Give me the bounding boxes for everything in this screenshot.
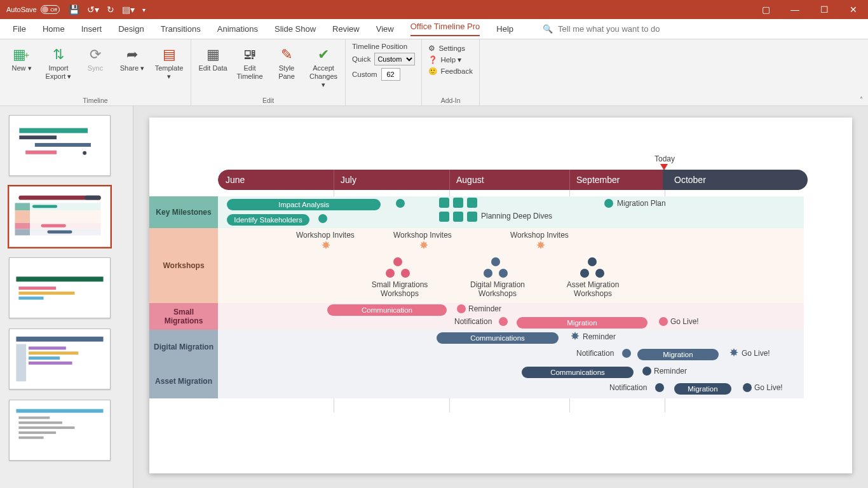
bar-communications[interactable]: Communications: [522, 367, 634, 378]
tell-me-search[interactable]: 🔍 Tell me what you want to do: [543, 24, 660, 34]
lane-workshops: Workshops Workshop Invites Workshop Invi…: [149, 228, 804, 303]
tab-view[interactable]: View: [376, 24, 394, 34]
burst-icon[interactable]: [536, 241, 546, 251]
milestone-dot[interactable]: [659, 317, 668, 326]
bar-migration[interactable]: Migration: [517, 317, 648, 329]
share-button[interactable]: ➦Share ▾: [117, 43, 147, 81]
cluster-dot[interactable]: [393, 257, 402, 266]
svg-rect-1: [19, 135, 57, 139]
import-export-button[interactable]: ⇅Import Export ▾: [43, 43, 74, 81]
tab-animations[interactable]: Animations: [217, 24, 258, 34]
milestone-square[interactable]: [467, 212, 477, 222]
bar-communications[interactable]: Communications: [437, 332, 559, 344]
svg-rect-19: [18, 287, 56, 290]
new-button[interactable]: ▦＋New ▾: [6, 43, 37, 81]
autosave-toggle[interactable]: AutoSave Off: [6, 5, 60, 14]
save-icon[interactable]: 💾: [69, 4, 79, 15]
milestone-dot[interactable]: [604, 199, 613, 208]
milestone-dot[interactable]: [318, 214, 327, 223]
svg-rect-23: [16, 344, 26, 382]
burst-icon[interactable]: [570, 332, 580, 342]
cluster-dot[interactable]: [484, 269, 492, 278]
svg-rect-11: [30, 210, 101, 223]
milestone-dot[interactable]: [743, 383, 752, 392]
milestone-square[interactable]: [453, 198, 463, 208]
settings-button[interactable]: ⚙Settings: [428, 44, 473, 53]
bar-migration[interactable]: Migration: [674, 383, 731, 395]
milestone-square[interactable]: [453, 212, 463, 222]
cluster-dot[interactable]: [401, 269, 410, 278]
sync-button[interactable]: ⟳Sync: [80, 43, 111, 81]
cluster-dot[interactable]: [491, 257, 500, 266]
cluster-dot[interactable]: [499, 269, 508, 278]
milestone-dot[interactable]: [622, 349, 631, 358]
month-june: June: [226, 175, 337, 185]
bar-communication[interactable]: Communication: [327, 304, 447, 316]
close-icon[interactable]: ✕: [839, 0, 868, 19]
tab-insert[interactable]: Insert: [81, 24, 102, 34]
slide[interactable]: Today June July August September October: [149, 118, 852, 473]
cluster-dot[interactable]: [386, 269, 395, 278]
cluster-dot[interactable]: [595, 269, 604, 278]
slide-thumbnail-2[interactable]: [9, 186, 111, 247]
lane-key-milestones: Key Milestones Impact Analysis Identify …: [149, 196, 804, 228]
tab-file[interactable]: File: [13, 24, 26, 34]
slide-thumbnail-1[interactable]: [9, 115, 111, 176]
slide-canvas[interactable]: Today June July August September October: [133, 106, 868, 488]
cluster-dot[interactable]: [588, 257, 597, 266]
milestone-square[interactable]: [467, 198, 477, 208]
tab-office-timeline-pro[interactable]: Office Timeline Pro: [410, 22, 480, 36]
present-icon[interactable]: ▤▾: [122, 4, 135, 15]
custom-position-input[interactable]: [381, 68, 400, 81]
bar-impact-analysis[interactable]: Impact Analysis: [227, 199, 381, 210]
milestone-dot[interactable]: [642, 367, 651, 376]
label-workshop-invites: Workshop Invites: [510, 231, 569, 240]
slide-thumbnail-3[interactable]: [9, 257, 111, 318]
edit-data-button[interactable]: ▦Edit Data: [198, 43, 228, 90]
burst-icon[interactable]: [729, 348, 739, 358]
slide-thumbnail-5[interactable]: [9, 400, 111, 461]
swimlanes: Key Milestones Impact Analysis Identify …: [149, 196, 804, 398]
milestone-dot[interactable]: [457, 304, 466, 313]
maximize-icon[interactable]: ☐: [810, 0, 839, 19]
style-pane-button[interactable]: ✎Style Pane: [271, 43, 302, 90]
tab-transitions[interactable]: Transitions: [161, 24, 201, 34]
burst-icon[interactable]: [419, 241, 429, 251]
accept-changes-button[interactable]: ✔Accept Changes ▾: [308, 43, 339, 90]
milestone-dot[interactable]: [396, 199, 405, 208]
import-icon: ⇅: [49, 45, 68, 64]
template-button[interactable]: ▤Template ▾: [154, 43, 184, 81]
cluster-dot[interactable]: [580, 269, 589, 278]
sync-icon: ⟳: [86, 45, 105, 64]
tab-home[interactable]: Home: [43, 24, 65, 34]
milestone-square[interactable]: [439, 212, 449, 222]
tab-design[interactable]: Design: [118, 24, 144, 34]
tab-slide-show[interactable]: Slide Show: [275, 24, 316, 34]
tab-help[interactable]: Help: [496, 24, 513, 34]
share-icon: ➦: [123, 45, 142, 64]
milestone-square[interactable]: [439, 198, 449, 208]
autosave-switch[interactable]: Off: [41, 5, 60, 14]
label-golive: Go Live!: [754, 383, 783, 392]
ribbon-display-icon[interactable]: ▢: [751, 0, 780, 19]
slide-thumbnail-4[interactable]: [9, 329, 111, 390]
month-september: September: [569, 170, 620, 190]
tab-review[interactable]: Review: [332, 24, 360, 34]
edit-timeline-button[interactable]: 🖳Edit Timeline: [234, 43, 265, 90]
minimize-icon[interactable]: ―: [780, 0, 810, 19]
qat-more-icon[interactable]: ▾: [142, 6, 146, 13]
collapse-ribbon-icon[interactable]: ˄: [860, 96, 863, 103]
milestone-dot[interactable]: [655, 383, 664, 392]
undo-icon[interactable]: ↺▾: [87, 4, 99, 15]
quick-position-select[interactable]: Custom: [374, 53, 415, 65]
feedback-icon: 🙂: [428, 67, 437, 76]
help-button[interactable]: ❓Help ▾: [428, 55, 473, 64]
feedback-button[interactable]: 🙂Feedback: [428, 67, 473, 76]
edit-data-icon: ▦: [203, 45, 222, 64]
burst-icon[interactable]: [321, 241, 331, 251]
bar-identify-stakeholders[interactable]: Identify Stakeholders: [227, 214, 309, 226]
bar-migration[interactable]: Migration: [637, 349, 719, 360]
group-label-edit: Edit: [198, 95, 339, 104]
milestone-dot[interactable]: [499, 317, 508, 326]
redo-icon[interactable]: ↻: [107, 4, 114, 15]
